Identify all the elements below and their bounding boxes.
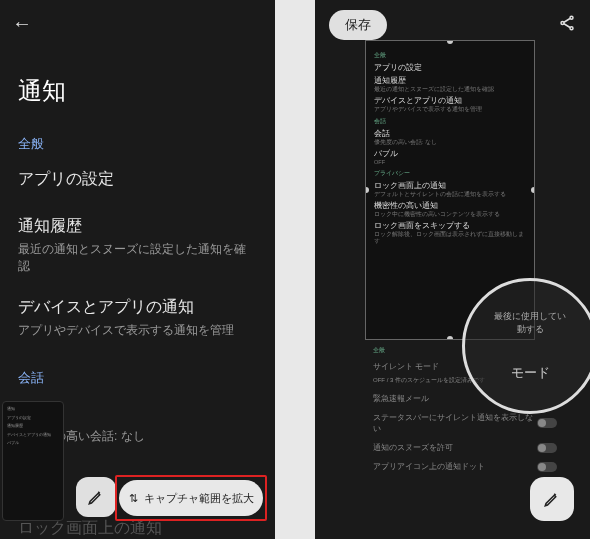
page-title: 通知	[0, 35, 275, 117]
svg-point-2	[570, 27, 573, 30]
toggle-icon[interactable]	[537, 443, 557, 453]
save-button[interactable]: 保存	[329, 10, 387, 40]
magnifier-lens: 最後に使用してい動する モード	[462, 278, 590, 414]
pencil-icon	[87, 488, 105, 506]
edit-fab[interactable]	[530, 477, 574, 521]
edit-fab[interactable]	[76, 477, 116, 517]
section-general: 全般	[0, 117, 275, 159]
expand-capture-button[interactable]: ⇅ キャプチャ範囲を拡大	[119, 480, 263, 516]
item-app-settings[interactable]: アプリの設定	[0, 159, 275, 206]
item-device-app-notifications[interactable]: デバイスとアプリの通知 アプリやデバイスで表示する通知を管理	[0, 287, 275, 351]
pencil-icon	[543, 490, 561, 508]
expand-icon: ⇅	[129, 492, 138, 505]
phone-left-screenshot: ← 通知 全般 アプリの設定 通知履歴 最近の通知とスヌーズに設定した通知を確認…	[0, 0, 275, 539]
faded-next-item: ロック画面上の通知	[18, 518, 162, 539]
section-conversation: 会話	[0, 351, 275, 393]
back-icon[interactable]: ←	[12, 12, 32, 34]
expand-capture-highlight: ⇅ キャプチャ範囲を拡大	[115, 475, 267, 521]
item-notification-history[interactable]: 通知履歴 最近の通知とスヌーズに設定した通知を確認	[0, 206, 275, 287]
phone-right-screenshot: 保存 全般 アプリの設定 通知履歴 最近の通知とスヌーズに設定した通知を確認 デ…	[315, 0, 590, 539]
toggle-icon[interactable]	[537, 462, 557, 472]
svg-point-0	[570, 16, 573, 19]
share-icon[interactable]	[558, 14, 576, 36]
screenshot-thumbnail[interactable]: 通知 アプリの設定 通知履歴 デバイスとアプリの通知 バブル	[2, 401, 64, 521]
svg-point-1	[561, 22, 564, 25]
toggle-icon[interactable]	[537, 418, 557, 428]
